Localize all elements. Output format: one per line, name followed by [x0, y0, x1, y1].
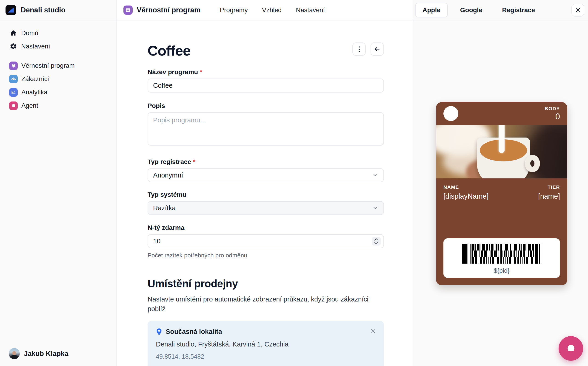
card-logo-placeholder — [443, 106, 458, 121]
nav-settings[interactable]: Nastavení — [296, 7, 325, 14]
sidebar-item-label: Agent — [21, 102, 38, 109]
loyalty-app-icon — [123, 6, 133, 15]
nth-free-label: N-tý zdarma — [148, 224, 384, 231]
home-icon — [9, 29, 17, 37]
nth-free-help: Počet razítek potřebných pro odměnu — [148, 252, 384, 259]
program-title: Coffee — [148, 42, 191, 59]
system-type-label: Typ systému — [148, 191, 384, 198]
card-strip-image — [436, 125, 567, 178]
sidebar-item-customers[interactable]: Zákazníci — [0, 72, 116, 86]
card-name-label: NAME — [443, 184, 488, 190]
sidebar-item-agent[interactable]: Agent — [0, 99, 116, 112]
brain-icon — [9, 101, 18, 110]
arrow-left-icon — [374, 46, 381, 53]
location-section-title: Umístění prodejny — [148, 277, 384, 290]
back-button[interactable] — [370, 42, 384, 56]
chevron-down-icon — [374, 242, 378, 244]
wallet-card-preview: BODY 0 NAME [displayName] TIER — [436, 102, 567, 285]
name-label: Název programu * — [148, 69, 384, 76]
more-options-button[interactable] — [352, 42, 366, 56]
sidebar-item-home[interactable]: Domů — [0, 26, 116, 40]
page-title: Věrnostní program — [137, 6, 200, 14]
card-body-value: 0 — [545, 112, 560, 122]
required-asterisk: * — [200, 69, 202, 76]
chart-line-icon — [9, 88, 18, 97]
card-tier-field: TIER [name] — [538, 184, 560, 200]
card-name-field: NAME [displayName] — [443, 184, 488, 200]
main-content: Coffee Název programu * Popis Typ regist… — [117, 20, 412, 366]
sidebar-item-label: Analytika — [21, 89, 47, 96]
heart-icon — [9, 61, 18, 70]
sidebar-item-label: Nastavení — [21, 43, 50, 50]
tab-registration[interactable]: Registrace — [495, 3, 542, 17]
system-type-select[interactable]: Razítka — [148, 201, 384, 215]
user-menu[interactable]: Jakub Klapka — [9, 348, 68, 359]
location-card-title: Současná lokalita — [166, 328, 222, 336]
gear-icon — [9, 43, 17, 50]
sidebar-item-label: Věrnostní program — [21, 62, 75, 69]
close-icon — [370, 328, 376, 334]
remove-location-button[interactable] — [370, 328, 376, 335]
people-icon — [9, 75, 18, 83]
system-type-value: Razítka — [153, 204, 176, 212]
nav-programs[interactable]: Programy — [220, 7, 248, 14]
location-section-description: Nastavte umístění pro automatické zobraz… — [148, 294, 373, 314]
sidebar-item-loyalty-program[interactable]: Věrnostní program — [0, 59, 116, 72]
card-body-label: BODY — [545, 106, 560, 111]
header-nav: Programy Vzhled Nastavení — [220, 7, 325, 14]
barcode-panel: ${pid} — [443, 238, 560, 278]
card-name-value: [displayName] — [443, 192, 488, 200]
card-tier-value: [name] — [538, 192, 560, 200]
main-column: Věrnostní program Programy Vzhled Nastav… — [117, 0, 412, 366]
location-coordinates: 49.8514, 18.5482 — [156, 353, 376, 360]
nav-appearance[interactable]: Vzhled — [262, 7, 282, 14]
avatar — [9, 348, 20, 359]
sidebar-item-settings[interactable]: Nastavení — [0, 40, 116, 53]
close-icon — [575, 7, 581, 13]
barcode-image — [462, 244, 541, 264]
program-name-input[interactable] — [148, 78, 384, 92]
tab-google[interactable]: Google — [453, 3, 490, 17]
location-card: Současná lokalita Denali studio, Fryštát… — [148, 321, 384, 366]
sidebar-item-label: Domů — [21, 29, 38, 37]
location-address: Denali studio, Fryštátská, Karviná 1, Cz… — [156, 341, 376, 348]
sidebar-item-label: Zákazníci — [21, 75, 49, 83]
barcode-text: ${pid} — [494, 267, 510, 274]
main-header: Věrnostní program Programy Vzhled Nastav… — [117, 0, 412, 20]
agent-fab-button[interactable] — [559, 336, 583, 361]
denali-logo-icon — [6, 5, 16, 15]
required-asterisk: * — [193, 158, 195, 165]
chevron-up-icon — [374, 238, 378, 241]
preview-panel: Apple Google Registrace BODY 0 — [412, 0, 588, 366]
brand: Denali studio — [0, 0, 116, 20]
brand-name: Denali studio — [21, 6, 65, 14]
user-name: Jakub Klapka — [24, 350, 68, 358]
close-preview-button[interactable] — [572, 4, 584, 16]
chevron-down-icon — [372, 205, 378, 211]
preview-header: Apple Google Registrace — [412, 0, 588, 20]
preview-body: BODY 0 NAME [displayName] TIER — [412, 20, 588, 366]
brain-icon — [565, 343, 577, 354]
nth-free-input[interactable] — [148, 234, 384, 248]
sidebar-nav: Domů Nastavení Věrnostní program Zák — [0, 20, 116, 112]
description-textarea[interactable] — [148, 112, 384, 145]
number-stepper[interactable] — [372, 237, 381, 245]
registration-type-select[interactable]: Anonymní — [148, 168, 384, 182]
kebab-icon — [359, 46, 360, 52]
card-tier-label: TIER — [538, 184, 560, 190]
tab-apple[interactable]: Apple — [415, 3, 448, 17]
sidebar: Denali studio Domů Nastavení Věrnostní p… — [0, 0, 117, 366]
description-label: Popis — [148, 102, 384, 109]
map-pin-icon — [156, 328, 162, 336]
sidebar-item-analytics[interactable]: Analytika — [0, 86, 116, 99]
chevron-down-icon — [372, 172, 378, 178]
registration-type-value: Anonymní — [153, 172, 183, 179]
registration-type-label: Typ registrace * — [148, 158, 384, 166]
